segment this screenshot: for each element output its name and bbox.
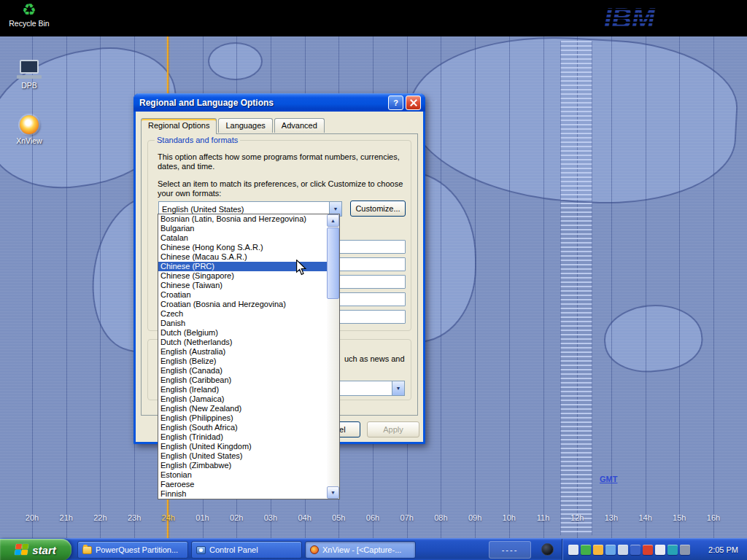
- divider-label: ----: [502, 545, 519, 554]
- customize-button[interactable]: Customize...: [350, 201, 406, 217]
- continent: [208, 42, 263, 80]
- ibm-logo: IBM: [601, 1, 683, 35]
- hour-line: [32, 36, 33, 538]
- timezone-label: 22h: [93, 513, 107, 522]
- system-tray: 2:05 PM: [562, 539, 747, 560]
- help-button[interactable]: ?: [388, 96, 403, 110]
- taskbar-task-button[interactable]: PowerQuest Partition...: [77, 541, 188, 559]
- recycle-bin-label: Recycle Bin: [9, 19, 49, 28]
- language-option[interactable]: English (New Zealand): [158, 404, 327, 413]
- timezone-label: 03h: [264, 513, 277, 522]
- language-option[interactable]: Chinese (Taiwan): [158, 281, 327, 290]
- start-button[interactable]: start: [0, 539, 71, 560]
- task-button-label: Control Panel: [209, 545, 258, 554]
- xnview-icon: [310, 545, 319, 554]
- hour-line: [509, 36, 510, 538]
- language-option[interactable]: Dutch (Netherlands): [158, 338, 327, 347]
- tray-clipboard-icon[interactable]: [655, 545, 665, 555]
- gmt-label: GMT: [600, 475, 617, 483]
- xnview-icon: [20, 115, 39, 134]
- tray-update-icon[interactable]: [593, 545, 603, 555]
- gmt-band: [560, 41, 592, 535]
- language-option[interactable]: Catalan: [158, 233, 327, 243]
- tray-antivirus-icon[interactable]: [643, 545, 653, 555]
- tray-keyboard-icon[interactable]: [568, 545, 578, 555]
- tray-messenger-icon[interactable]: [667, 545, 678, 555]
- language-option[interactable]: Faeroese: [158, 480, 327, 489]
- language-option[interactable]: English (Belize): [158, 357, 327, 366]
- language-option[interactable]: Chinese (Singapore): [158, 271, 327, 281]
- tray-shield-icon[interactable]: [581, 545, 591, 555]
- task-button-label: XnView - [<Capture-...: [322, 545, 401, 554]
- scroll-up-button[interactable]: ▲: [327, 214, 339, 227]
- language-option[interactable]: English (Canada): [158, 366, 327, 376]
- hour-line: [611, 36, 612, 538]
- arrow-up-icon: ▲: [330, 218, 336, 223]
- task-buttons: PowerQuest Partition...Control PanelXnVi…: [77, 541, 416, 559]
- language-option[interactable]: English (Caribbean): [158, 376, 327, 385]
- language-option[interactable]: English (United States): [158, 451, 327, 461]
- timezone-label: 15h: [673, 513, 686, 522]
- timezone-label: 08h: [434, 513, 447, 522]
- start-button-label: start: [32, 544, 56, 556]
- hour-line: [646, 36, 646, 538]
- desktop-icon-dpb[interactable]: DPB: [6, 60, 53, 90]
- tab-advanced[interactable]: Advanced: [274, 118, 325, 133]
- recycle-bin-icon[interactable]: ♻ Recycle Bin: [9, 1, 50, 28]
- continent: [601, 300, 706, 377]
- tray-power-icon[interactable]: [680, 545, 690, 555]
- language-option[interactable]: English (Australia): [158, 347, 327, 357]
- timezone-label: 07h: [400, 513, 414, 522]
- language-option[interactable]: Bosnian (Latin, Bosnia and Herzegovina): [158, 214, 327, 224]
- tray-volume-icon[interactable]: [618, 545, 628, 555]
- language-option[interactable]: English (Zimbabwe): [158, 461, 327, 470]
- desktop-icon-xnview[interactable]: XnView: [6, 115, 53, 145]
- language-option[interactable]: Finnish: [158, 489, 327, 499]
- taskbar-task-button[interactable]: Control Panel: [191, 541, 302, 559]
- language-option[interactable]: Croatian (Bosnia and Herzegovina): [158, 300, 327, 309]
- arrow-down-icon: ▼: [330, 490, 336, 495]
- timezone-label: 05h: [332, 513, 345, 522]
- tab-regional-options[interactable]: Regional Options: [141, 118, 217, 134]
- language-option[interactable]: Dutch (Belgium): [158, 328, 327, 338]
- dropdown-scrollbar[interactable]: ▲ ▼: [327, 214, 339, 499]
- language-option[interactable]: Danish: [158, 319, 327, 328]
- taskbar-task-button[interactable]: XnView - [<Capture-...: [305, 541, 416, 559]
- language-option[interactable]: English (South Africa): [158, 423, 327, 432]
- close-button[interactable]: [406, 96, 421, 110]
- language-option[interactable]: English (Philippines): [158, 413, 327, 423]
- taskbar-clock[interactable]: 2:05 PM: [704, 545, 747, 554]
- language-option[interactable]: Croatian: [158, 290, 327, 300]
- dialog-titlebar[interactable]: Regional and Language Options ?: [133, 93, 425, 112]
- language-option[interactable]: English (Trinidad): [158, 432, 327, 442]
- tab-languages[interactable]: Languages: [218, 118, 272, 133]
- scroll-down-button[interactable]: ▼: [327, 486, 339, 499]
- language-option[interactable]: Chinese (Hong Kong S.A.R.): [158, 243, 327, 252]
- folder-icon: [82, 546, 92, 554]
- timezone-label: 24h: [162, 513, 175, 522]
- tray-network-icon[interactable]: [605, 545, 616, 555]
- hour-line: [713, 36, 714, 538]
- taskbar-app-icon[interactable]: [541, 543, 554, 556]
- top-banner: ♻ Recycle Bin IBM: [0, 0, 747, 36]
- scroll-thumb[interactable]: [327, 228, 339, 299]
- language-option[interactable]: Czech: [158, 309, 327, 319]
- language-option[interactable]: Bulgarian: [158, 224, 327, 233]
- timezone-label: 11h: [537, 513, 550, 522]
- timezone-label: 10h: [503, 513, 516, 522]
- language-option[interactable]: English (United Kingdom): [158, 442, 327, 451]
- language-option[interactable]: Chinese (PRC): [158, 262, 327, 271]
- language-option[interactable]: English (Jamaica): [158, 394, 327, 404]
- language-option[interactable]: Chinese (Macau S.A.R.): [158, 252, 327, 262]
- hour-line: [66, 36, 67, 538]
- standards-group-title: Standards and formats: [155, 136, 240, 144]
- combobox-dropdown-button[interactable]: ▼: [392, 381, 404, 395]
- language-option[interactable]: English (Ireland): [158, 385, 327, 394]
- language-option[interactable]: Estonian: [158, 470, 327, 480]
- timezone-label: 12h: [570, 513, 584, 522]
- standards-instruction: your own formats:: [158, 189, 221, 198]
- tray-display-icon[interactable]: [630, 545, 640, 555]
- timezone-label: 06h: [366, 513, 379, 522]
- control-panel-icon: [196, 546, 206, 554]
- apply-button[interactable]: Apply: [367, 421, 419, 438]
